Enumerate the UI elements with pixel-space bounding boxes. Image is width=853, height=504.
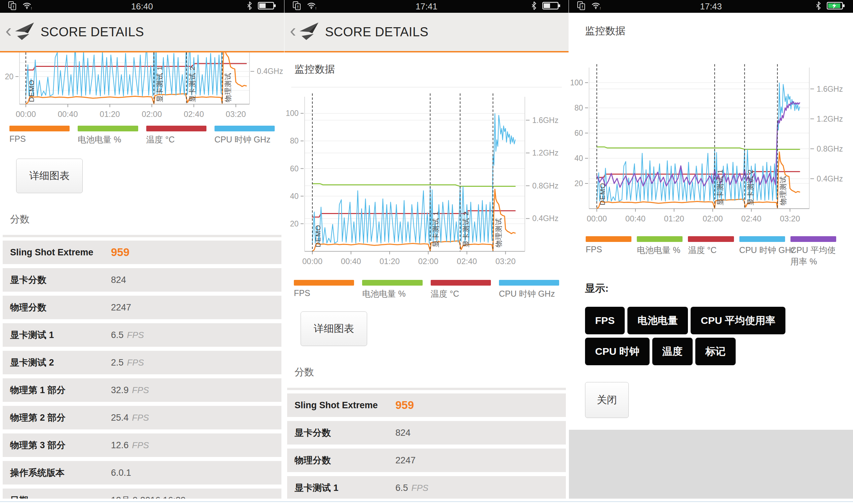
legend-item: 电池电量 % xyxy=(362,280,422,299)
table-row: 物理分数2247 xyxy=(3,296,281,319)
toggle-cpu-usage-button[interactable]: CPU 平均使用率 xyxy=(691,307,785,334)
back-button[interactable]: ‹ xyxy=(5,21,12,40)
svg-text:02:00: 02:00 xyxy=(142,110,162,119)
svg-text:60: 60 xyxy=(290,164,299,173)
dialog-backdrop xyxy=(569,430,853,504)
svg-text:02:40: 02:40 xyxy=(184,110,204,119)
app-logo-icon xyxy=(14,22,36,42)
legend-item: 电池电量 % xyxy=(78,126,138,145)
svg-text:00:00: 00:00 xyxy=(587,214,607,223)
svg-text:!: ! xyxy=(31,7,32,10)
wifi-icon: ! xyxy=(591,1,601,12)
monitor-chart: 204060801000.4GHz0.8GHz1.2GHz1.6GHz00:00… xyxy=(569,61,853,226)
bluetooth-icon xyxy=(531,1,537,12)
row-cut-sliver xyxy=(287,388,566,390)
legend-swatch xyxy=(78,126,138,131)
table-row: Sling Shot Extreme959 xyxy=(287,394,566,417)
toggle-temp-button[interactable]: 温度 xyxy=(652,338,693,365)
chart-legend: FPS 电池电量 % 温度 °C CPU 时钟 GHz xyxy=(10,126,275,145)
app-header: ‹ SCORE DETAILS xyxy=(0,13,284,51)
row-cut-sliver xyxy=(3,235,281,237)
svg-text:01:20: 01:20 xyxy=(100,110,120,119)
svg-text:0.4GHz: 0.4GHz xyxy=(532,214,558,223)
legend-item: FPS xyxy=(586,236,631,268)
toggle-cpu-clock-button[interactable]: CPU 时钟 xyxy=(585,338,649,365)
legend-swatch xyxy=(10,126,70,131)
status-time: 17:43 xyxy=(700,1,722,12)
legend-item: 电池电量 % xyxy=(637,236,682,268)
bluetooth-icon xyxy=(246,1,253,12)
battery-icon xyxy=(542,1,560,12)
legend-item: CPU 时钟 GHz xyxy=(739,236,785,268)
legend-swatch xyxy=(586,236,631,242)
table-row: 显卡测试 22.5FPS xyxy=(3,351,281,374)
legend-item: CPU 时钟 GHz xyxy=(214,126,275,145)
svg-text:0.8GHz: 0.8GHz xyxy=(817,144,843,153)
legend-item: 温度 °C xyxy=(688,236,734,268)
toggle-battery-button[interactable]: 电池电量 xyxy=(627,307,688,334)
close-button[interactable]: 关闭 xyxy=(585,382,629,418)
legend-swatch xyxy=(637,236,682,242)
legend-item: FPS xyxy=(10,126,70,145)
back-button[interactable]: ‹ xyxy=(290,21,296,40)
svg-text:物理测试: 物理测试 xyxy=(779,176,787,205)
monitor-heading: 监控数据 xyxy=(569,13,853,38)
svg-text:20: 20 xyxy=(5,72,14,81)
table-row: 操作系统版本6.0.1 xyxy=(3,461,281,485)
detail-chart-button[interactable]: 详细图表 xyxy=(300,311,367,346)
status-bar: ! ! 16:40 xyxy=(0,0,284,13)
battery-icon xyxy=(258,1,276,12)
svg-text:物理测试: 物理测试 xyxy=(494,218,502,248)
notification-pages-icon: ! xyxy=(293,1,301,12)
legend-swatch xyxy=(431,280,491,286)
wifi-icon: ! xyxy=(307,1,317,12)
svg-text:40: 40 xyxy=(574,154,583,163)
svg-text:1.6GHz: 1.6GHz xyxy=(532,116,558,125)
phone-screenshot-1: ! ! 16:40 ‹ SCORE DETAILS 200.4GHz00:000… xyxy=(0,0,284,504)
table-row: 显卡测试 16.5FPS xyxy=(287,476,566,500)
svg-text:DEMO: DEMO xyxy=(314,225,322,247)
svg-text:02:00: 02:00 xyxy=(703,214,723,223)
table-row: 物理第 3 部分12.6FPS xyxy=(3,433,281,457)
svg-text:01:20: 01:20 xyxy=(664,214,684,223)
app-header: ‹ SCORE DETAILS xyxy=(284,13,569,51)
svg-text:1.2GHz: 1.2GHz xyxy=(532,148,558,157)
svg-text:80: 80 xyxy=(290,137,299,145)
legend-swatch xyxy=(294,280,354,286)
legend-item: 温度 °C xyxy=(146,126,206,145)
legend-item: 温度 °C xyxy=(431,280,491,299)
table-row: 显卡分数824 xyxy=(3,268,281,292)
status-bar: ! ! 17:41 xyxy=(284,0,569,13)
legend-item: CPU 时钟 GHz xyxy=(499,280,559,299)
svg-text:02:00: 02:00 xyxy=(418,257,438,266)
detail-chart-button[interactable]: 详细图表 xyxy=(16,159,83,193)
legend-swatch xyxy=(499,280,559,286)
app-logo-icon xyxy=(298,22,320,42)
toggle-marker-button[interactable]: 标记 xyxy=(695,338,736,365)
svg-text:20: 20 xyxy=(290,219,299,228)
svg-text:1.2GHz: 1.2GHz xyxy=(817,114,843,123)
svg-text:100: 100 xyxy=(570,78,583,87)
toggle-fps-button[interactable]: FPS xyxy=(585,307,625,334)
svg-text:!: ! xyxy=(13,4,14,10)
status-bar: ! ! 17:43 xyxy=(569,0,853,13)
notification-pages-icon: ! xyxy=(8,1,17,12)
score-section-heading: 分数 xyxy=(10,213,284,226)
svg-text:00:00: 00:00 xyxy=(302,257,323,266)
legend-swatch xyxy=(688,236,734,242)
svg-text:!: ! xyxy=(600,7,601,10)
svg-text:100: 100 xyxy=(286,109,299,118)
wifi-icon: ! xyxy=(22,1,32,12)
table-row: Sling Shot Extreme959 xyxy=(3,240,281,264)
svg-text:显卡测试 1: 显卡测试 1 xyxy=(156,66,163,102)
svg-text:03:20: 03:20 xyxy=(226,110,246,119)
chart-legend: FPS 电池电量 % 温度 °C CPU 时钟 GHz CPU 平均使用率 % xyxy=(586,236,836,268)
svg-text:0.4GHz: 0.4GHz xyxy=(817,174,843,183)
status-time: 16:40 xyxy=(131,1,153,12)
screenshot-bottom-strip xyxy=(0,499,853,504)
svg-text:0.4GHz: 0.4GHz xyxy=(257,67,283,76)
svg-text:00:40: 00:40 xyxy=(625,214,646,223)
chart-legend: FPS 电池电量 % 温度 °C CPU 时钟 GHz xyxy=(294,280,559,299)
monitor-chart-cropped: 200.4GHz00:0000:4001:2002:0002:4003:20DE… xyxy=(0,52,284,124)
svg-text:02:40: 02:40 xyxy=(742,214,762,223)
